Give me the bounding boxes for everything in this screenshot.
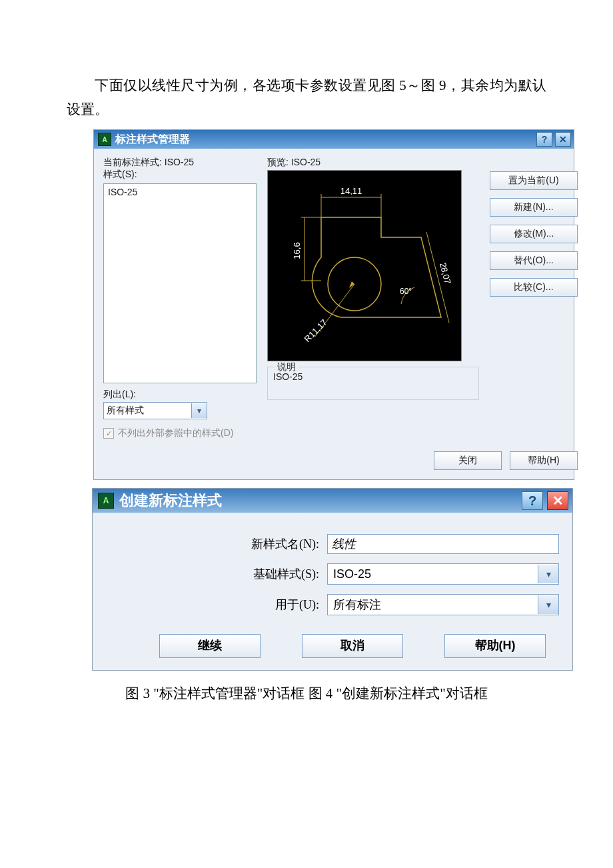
base-style-label: 基础样式(S): xyxy=(106,566,327,582)
description-text: ISO-25 xyxy=(273,371,473,382)
modify-button[interactable]: 修改(M)... xyxy=(490,225,578,243)
current-style-value: ISO-25 xyxy=(165,157,194,167)
app-icon: A xyxy=(98,493,114,509)
new-button[interactable]: 新建(N)... xyxy=(490,198,578,217)
dim-left: 16,6 xyxy=(292,243,302,259)
chevron-down-icon[interactable]: ▾ xyxy=(538,565,558,583)
dlg2-title: 创建新标注样式 xyxy=(119,491,222,511)
current-style-label: 当前标注样式: xyxy=(103,157,162,167)
new-name-label: 新样式名(N): xyxy=(106,536,327,552)
dlg2-titlebar[interactable]: A 创建新标注样式 ? ✕ xyxy=(93,489,572,513)
app-icon: A xyxy=(98,133,111,146)
dim-style-manager-dialog: A 标注样式管理器 ? ✕ 当前标注样式: ISO-25 样式(S): ISO-… xyxy=(93,129,574,480)
dim-radius: R11,17 xyxy=(303,317,329,344)
close-icon[interactable]: ✕ xyxy=(555,132,571,147)
use-for-combo[interactable]: 所有标注 ▾ xyxy=(327,594,559,615)
continue-button[interactable]: 继续 xyxy=(159,634,261,658)
create-new-dim-style-dialog: A 创建新标注样式 ? ✕ 新样式名(N): 线性 基础样式(S): ISO-2… xyxy=(92,488,573,671)
preview-value: ISO-25 xyxy=(291,157,320,167)
intro-paragraph: 下面仅以线性尺寸为例，各选项卡参数设置见图 5～图 9，其余均为默认设置。 xyxy=(67,74,546,121)
use-for-value: 所有标注 xyxy=(333,597,381,613)
list-combo-value: 所有样式 xyxy=(107,405,144,417)
override-button[interactable]: 替代(O)... xyxy=(490,251,578,270)
dlg1-title: 标注样式管理器 xyxy=(115,133,190,147)
help-button[interactable]: 帮助(H) xyxy=(510,451,578,470)
styles-label: 样式(S): xyxy=(103,169,257,181)
new-name-input[interactable]: 线性 xyxy=(327,534,559,554)
dim-angle: 60° xyxy=(400,287,412,296)
checkbox-external: ✓ xyxy=(103,428,114,439)
styles-listbox[interactable]: ISO-25 xyxy=(103,183,257,383)
compare-button[interactable]: 比较(C)... xyxy=(490,278,578,297)
set-current-button[interactable]: 置为当前(U) xyxy=(490,171,578,190)
cancel-button[interactable]: 取消 xyxy=(302,634,403,658)
style-item[interactable]: ISO-25 xyxy=(108,187,252,197)
preview-label: 预览: xyxy=(267,157,289,167)
description-frame: 说明 ISO-25 xyxy=(267,367,479,400)
help-button[interactable]: 帮助(H) xyxy=(444,634,546,658)
base-style-combo[interactable]: ISO-25 ▾ xyxy=(327,563,559,585)
help-icon[interactable]: ? xyxy=(522,491,543,510)
dlg1-titlebar[interactable]: A 标注样式管理器 ? ✕ xyxy=(94,130,574,149)
chevron-down-icon[interactable]: ▾ xyxy=(538,595,558,614)
base-style-value: ISO-25 xyxy=(333,567,371,581)
use-for-label: 用于(U): xyxy=(106,597,327,613)
dim-top: 14,11 xyxy=(340,186,362,196)
figure-caption: 图 3 "标注样式管理器"对话框 图 4 "创建新标注样式"对话框 xyxy=(67,684,546,703)
list-label: 列出(L): xyxy=(103,389,257,401)
help-icon[interactable]: ? xyxy=(536,132,552,147)
chevron-down-icon[interactable]: ▾ xyxy=(191,403,207,418)
list-combo[interactable]: 所有样式 ▾ xyxy=(103,402,207,419)
close-icon[interactable]: ✕ xyxy=(547,491,568,510)
checkbox-external-label: 不列出外部参照中的样式(D) xyxy=(118,427,233,439)
dim-diag: 28,07 xyxy=(438,262,452,285)
description-legend: 说明 xyxy=(275,361,299,373)
close-button[interactable]: 关闭 xyxy=(434,451,502,470)
preview-canvas: 14,11 16,6 28,07 60° xyxy=(267,170,462,361)
